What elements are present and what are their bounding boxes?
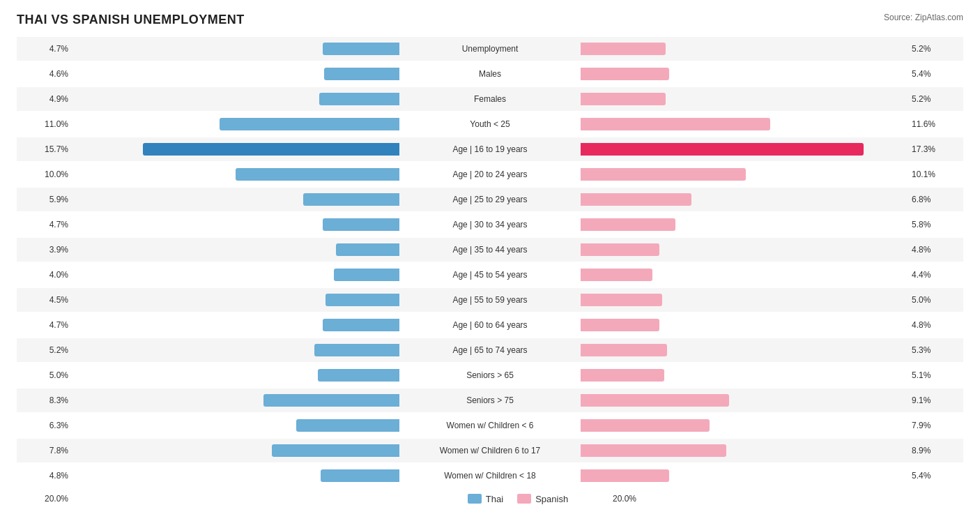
chart-container: THAI VS SPANISH UNEMPLOYMENT Source: Zip… [0, 0, 980, 521]
spanish-bar [581, 344, 667, 356]
chart-row: 10.0% Age | 20 to 24 years 10.1% [17, 163, 963, 186]
right-value: 4.4% [908, 270, 963, 280]
chart-row: 5.0% Seniors > 65 5.1% [17, 363, 963, 387]
right-value: 9.1% [908, 395, 963, 405]
right-bar-area [581, 238, 908, 262]
row-label: Age | 65 to 74 years [399, 345, 581, 355]
right-value: 5.4% [908, 69, 963, 79]
spanish-bar [581, 118, 770, 130]
chart-row: 4.7% Age | 30 to 34 years 5.8% [17, 213, 963, 236]
spanish-bar [581, 143, 864, 156]
right-bar-area [581, 263, 908, 287]
axis-center-legend: Thai Spanish [427, 494, 608, 504]
right-bar-area [581, 62, 908, 86]
spanish-bar [581, 419, 710, 432]
spanish-bar [581, 319, 659, 331]
thai-bar [323, 218, 399, 231]
spanish-bar [581, 43, 666, 55]
right-value: 4.8% [908, 245, 963, 255]
axis-left-value: 20.0% [17, 494, 72, 504]
left-bar-area [72, 464, 399, 488]
chart-row: 4.7% Unemployment 5.2% [17, 37, 963, 61]
thai-bar [296, 419, 399, 432]
spanish-bar [581, 469, 669, 482]
axis-right-value: 20.0% [608, 494, 664, 504]
left-value: 4.7% [17, 220, 72, 229]
spanish-bar [581, 394, 729, 407]
left-bar-area [72, 439, 399, 462]
bars-area: 4.7% Unemployment 5.2% 4.6% Males 5.4% 4… [17, 37, 963, 488]
right-value: 5.4% [908, 471, 963, 481]
chart-row: 4.7% Age | 60 to 64 years 4.8% [17, 313, 963, 337]
right-value: 11.6% [908, 119, 963, 129]
left-bar-area [72, 389, 399, 412]
left-bar-area [72, 363, 399, 387]
right-bar-area [581, 137, 908, 161]
row-label: Unemployment [399, 44, 581, 54]
thai-bar [263, 394, 399, 407]
left-value: 4.5% [17, 295, 72, 305]
left-bar-area [72, 288, 399, 312]
left-value: 5.2% [17, 345, 72, 355]
thai-bar [323, 43, 399, 55]
left-value: 3.9% [17, 245, 72, 255]
row-label: Seniors > 65 [399, 370, 581, 380]
thai-bar [324, 68, 399, 80]
spanish-bar [581, 294, 662, 306]
right-bar-area [581, 313, 908, 337]
left-bar-area [72, 87, 399, 111]
left-value: 4.9% [17, 94, 72, 104]
left-value: 11.0% [17, 119, 72, 129]
left-bar-area [72, 338, 399, 362]
chart-row: 4.0% Age | 45 to 54 years 4.4% [17, 263, 963, 287]
left-value: 15.7% [17, 144, 72, 154]
right-value: 5.2% [908, 94, 963, 104]
chart-source: Source: ZipAtlas.com [884, 13, 963, 22]
row-label: Age | 16 to 19 years [399, 144, 581, 154]
left-bar-area [72, 238, 399, 262]
row-label: Age | 35 to 44 years [399, 245, 581, 255]
right-value: 10.1% [908, 169, 963, 179]
chart-row: 4.6% Males 5.4% [17, 62, 963, 86]
axis-row: 20.0% Thai Spanish 20.0% [17, 490, 963, 507]
row-label: Males [399, 69, 581, 79]
left-bar-area [72, 313, 399, 337]
left-value: 5.0% [17, 370, 72, 380]
left-bar-area [72, 163, 399, 186]
thai-bar [220, 118, 399, 130]
row-label: Women w/ Children < 6 [399, 421, 581, 430]
thai-bar [323, 319, 399, 331]
chart-row: 4.5% Age | 55 to 59 years 5.0% [17, 288, 963, 312]
right-bar-area [581, 163, 908, 186]
row-label: Age | 25 to 29 years [399, 195, 581, 204]
chart-row: 15.7% Age | 16 to 19 years 17.3% [17, 137, 963, 161]
chart-row: 4.8% Women w/ Children < 18 5.4% [17, 464, 963, 488]
spanish-bar [581, 218, 675, 231]
chart-row: 11.0% Youth < 25 11.6% [17, 112, 963, 136]
right-value: 17.3% [908, 144, 963, 154]
left-value: 4.6% [17, 69, 72, 79]
spanish-bar [581, 243, 659, 256]
right-value: 7.9% [908, 421, 963, 430]
chart-header: THAI VS SPANISH UNEMPLOYMENT Source: Zip… [17, 13, 963, 27]
chart-row: 8.3% Seniors > 75 9.1% [17, 389, 963, 412]
row-label: Women w/ Children < 18 [399, 471, 581, 481]
left-value: 4.7% [17, 44, 72, 54]
left-bar-area [72, 37, 399, 61]
thai-bar [272, 444, 399, 457]
left-value: 4.8% [17, 471, 72, 481]
right-value: 5.3% [908, 345, 963, 355]
right-bar-area [581, 464, 908, 488]
right-value: 5.8% [908, 220, 963, 229]
left-bar-area [72, 263, 399, 287]
chart-row: 4.9% Females 5.2% [17, 87, 963, 111]
right-bar-area [581, 414, 908, 437]
right-value: 5.1% [908, 370, 963, 380]
left-value: 5.9% [17, 195, 72, 204]
left-bar-area [72, 137, 399, 161]
spanish-bar [581, 168, 746, 181]
right-value: 5.2% [908, 44, 963, 54]
right-bar-area [581, 439, 908, 462]
legend-thai-box [468, 494, 482, 504]
right-bar-area [581, 389, 908, 412]
